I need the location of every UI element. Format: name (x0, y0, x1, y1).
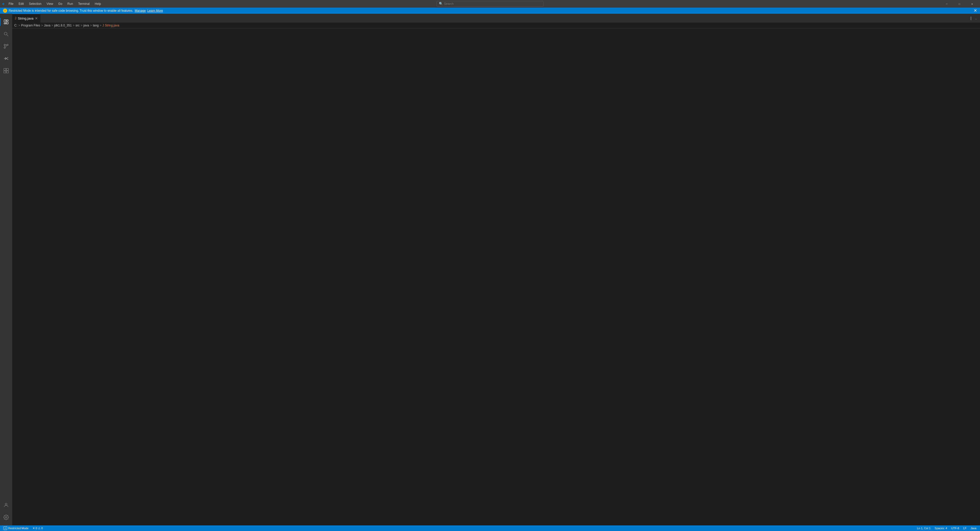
svg-point-13 (4, 58, 5, 59)
svg-point-20 (5, 503, 7, 505)
position-text: Ln 1, Col 1 (917, 527, 931, 530)
activity-account[interactable] (0, 499, 12, 511)
learn-more-link[interactable]: Learn More (147, 9, 163, 13)
spaces-text: Spaces: 4 (935, 527, 947, 530)
search-icon: 🔍 (439, 2, 443, 6)
breadcrumb-program-files[interactable]: Program Files (21, 24, 40, 27)
banner-message: Restricted Mode is intended for safe cod… (9, 9, 133, 13)
line-ending-text: LF (963, 527, 967, 530)
encoding-text: UTF-8 (951, 527, 959, 530)
restricted-mode-indicator[interactable]: ⚠ Restricted Mode (2, 525, 30, 531)
language-indicator[interactable]: Java (969, 525, 978, 531)
svg-rect-1 (6, 20, 8, 21)
breadcrumb-file[interactable]: J String.java (103, 24, 119, 27)
error-icon: ✕ (33, 527, 35, 530)
svg-line-5 (7, 35, 8, 37)
tab-label: String.java (18, 16, 33, 20)
close-button[interactable]: ✕ (966, 0, 978, 8)
activity-settings[interactable] (0, 511, 12, 523)
activity-explorer[interactable] (0, 16, 12, 28)
position-indicator[interactable]: Ln 1, Col 1 (916, 525, 932, 531)
minimap (960, 29, 980, 525)
menu-edit[interactable]: Edit (16, 2, 26, 6)
tabs-right-actions: ∥ … (969, 15, 980, 21)
tabs-bar: J String.java ✕ ∥ … (12, 14, 980, 23)
title-bar: ❖ File Edit Selection View Go Run Termin… (0, 0, 980, 8)
more-actions-button[interactable]: … (974, 15, 978, 21)
svg-point-8 (7, 44, 8, 46)
svg-point-6 (4, 47, 6, 49)
split-editor-button[interactable]: ∥ (969, 15, 973, 21)
svg-point-4 (4, 32, 7, 35)
menu-selection[interactable]: Selection (27, 2, 43, 6)
manage-link[interactable]: Manage (135, 9, 146, 13)
restricted-mode-icon: ⚠ (3, 526, 7, 530)
errors-indicator[interactable]: ✕ 0 ⚠ 0 (31, 525, 44, 531)
menu-view[interactable]: View (45, 2, 55, 6)
error-count: 0 (36, 527, 37, 530)
svg-line-11 (5, 45, 7, 47)
breadcrumb-java[interactable]: Java (44, 24, 50, 27)
breadcrumb-jdk[interactable]: jdk1.8.0_351 (54, 24, 72, 27)
svg-point-15 (7, 59, 8, 60)
activity-source-control[interactable] (0, 40, 12, 52)
warning-icon: ⚠ (38, 527, 40, 530)
tab-string-java[interactable]: J String.java ✕ (12, 14, 40, 23)
maximize-button[interactable]: ☐ (953, 0, 965, 8)
code-editor[interactable] (12, 29, 980, 525)
tab-close-button[interactable]: ✕ (35, 16, 38, 20)
svg-rect-2 (6, 22, 8, 24)
editor-area: J String.java ✕ ∥ … C: > Program Files >… (12, 14, 980, 525)
warning-count: 0 (41, 527, 43, 530)
code-content[interactable] (27, 29, 960, 525)
menu-go[interactable]: Go (56, 2, 64, 6)
breadcrumb: C: > Program Files > Java > jdk1.8.0_351… (12, 23, 980, 29)
activity-bar (0, 14, 12, 525)
menu-help[interactable]: Help (92, 2, 103, 6)
activity-extensions[interactable] (0, 65, 12, 77)
svg-rect-17 (6, 68, 8, 70)
breadcrumb-lang[interactable]: lang (93, 24, 99, 27)
java-file-icon: J (15, 16, 16, 20)
svg-rect-16 (4, 68, 6, 70)
svg-point-21 (5, 517, 7, 518)
svg-marker-12 (5, 57, 7, 60)
breadcrumb-java-pkg[interactable]: java (83, 24, 89, 27)
main-layout: J String.java ✕ ∥ … C: > Program Files >… (0, 14, 980, 525)
spaces-indicator[interactable]: Spaces: 4 (933, 525, 949, 531)
activity-run-debug[interactable] (0, 52, 12, 65)
restricted-banner: ! Restricted Mode is intended for safe c… (0, 8, 980, 14)
banner-close-button[interactable]: ✕ (974, 9, 977, 13)
status-bar: ⚠ Restricted Mode ✕ 0 ⚠ 0 Ln 1, Col 1 Sp… (0, 525, 980, 531)
line-numbers (12, 29, 27, 525)
warning-icon: ! (3, 9, 7, 13)
menu-file[interactable]: File (6, 2, 16, 6)
svg-rect-3 (4, 23, 6, 24)
svg-rect-19 (6, 71, 8, 73)
search-bar[interactable]: 🔍 (437, 1, 543, 6)
search-input[interactable] (444, 2, 541, 6)
menu-bar: File Edit Selection View Go Run Terminal… (6, 2, 103, 6)
minimap-canvas (960, 29, 980, 525)
restricted-mode-label: Restricted Mode (8, 527, 29, 530)
breadcrumb-src[interactable]: src (76, 24, 80, 27)
menu-run[interactable]: Run (65, 2, 75, 6)
encoding-indicator[interactable]: UTF-8 (950, 525, 961, 531)
breadcrumb-c[interactable]: C: (14, 24, 17, 27)
menu-terminal[interactable]: Terminal (76, 2, 92, 6)
svg-point-7 (4, 44, 6, 46)
svg-rect-0 (4, 20, 6, 22)
window-controls: — ☐ ✕ (941, 0, 978, 8)
svg-point-14 (7, 57, 8, 58)
language-text: Java (970, 527, 977, 530)
minimize-button[interactable]: — (941, 0, 953, 8)
line-ending-indicator[interactable]: LF (962, 525, 968, 531)
vscode-icon: ❖ (2, 1, 5, 6)
svg-rect-18 (4, 71, 6, 73)
activity-search[interactable] (0, 28, 12, 40)
